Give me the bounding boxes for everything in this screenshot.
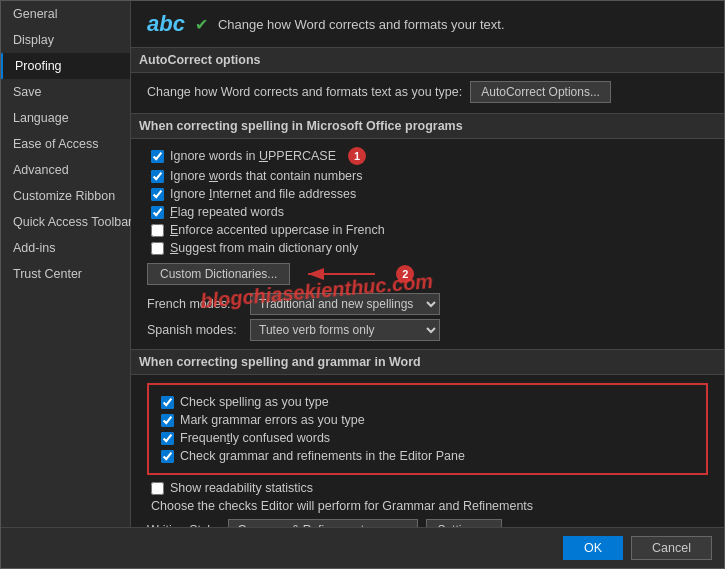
checkbox-check-spelling-label: Check spelling as you type xyxy=(180,395,329,409)
checkbox-grammar-editor-label: Check grammar and refinements in the Edi… xyxy=(180,449,465,463)
annotation-badge-1: 1 xyxy=(348,147,366,165)
checkbox-mark-grammar: Mark grammar errors as you type xyxy=(157,413,698,427)
checkbox-ignore-internet-input[interactable] xyxy=(151,188,164,201)
checkbox-confused-words: Frequently confused words xyxy=(157,431,698,445)
checkbox-readability-label: Show readability statistics xyxy=(170,481,313,495)
sidebar-item-save[interactable]: Save xyxy=(1,79,130,105)
checkbox-ignore-uppercase: Ignore words in UPPERCASE 1 xyxy=(147,147,708,165)
checkbox-suggest-main: Suggest from main dictionary only xyxy=(147,241,708,255)
annotation-badge-2: 2 xyxy=(396,265,414,283)
french-modes-label: French modes: xyxy=(147,297,242,311)
spanish-modes-row: Spanish modes: Tuteo verb forms only xyxy=(147,319,708,341)
checkbox-mark-grammar-input[interactable] xyxy=(161,414,174,427)
sidebar-item-trust-center[interactable]: Trust Center xyxy=(1,261,130,287)
red-outline-section: Check spelling as you type Mark grammar … xyxy=(147,383,708,475)
checkbox-mark-grammar-label: Mark grammar errors as you type xyxy=(180,413,365,427)
checkbox-flag-repeated-label: Flag repeated words xyxy=(170,205,284,219)
editor-checks-description: Choose the checks Editor will perform fo… xyxy=(151,499,708,513)
checkbox-enforce-accented: Enforce accented uppercase in French xyxy=(147,223,708,237)
checkbox-readability-input[interactable] xyxy=(151,482,164,495)
checkbox-confused-words-label: Frequently confused words xyxy=(180,431,330,445)
checkbox-suggest-main-input[interactable] xyxy=(151,242,164,255)
check-icon: ✔ xyxy=(195,15,208,34)
custom-dictionaries-button[interactable]: Custom Dictionaries... xyxy=(147,263,290,285)
checkbox-readability: Show readability statistics xyxy=(147,481,708,495)
french-modes-row: French modes: Traditional and new spelli… xyxy=(147,293,708,315)
sidebar-item-general[interactable]: General xyxy=(1,1,130,27)
sidebar-item-proofing[interactable]: Proofing xyxy=(1,53,130,79)
checkbox-ignore-uppercase-input[interactable] xyxy=(151,150,164,163)
custom-dict-row: Custom Dictionaries... 2 xyxy=(147,263,708,285)
sidebar-item-add-ins[interactable]: Add-ins xyxy=(1,235,130,261)
autocorrect-options-button[interactable]: AutoCorrect Options... xyxy=(470,81,611,103)
checkbox-grammar-editor-input[interactable] xyxy=(161,450,174,463)
checkbox-ignore-numbers-input[interactable] xyxy=(151,170,164,183)
checkbox-flag-repeated: Flag repeated words xyxy=(147,205,708,219)
autocorrect-row: Change how Word corrects and formats tex… xyxy=(147,81,708,103)
spanish-modes-select[interactable]: Tuteo verb forms only xyxy=(250,319,440,341)
checkbox-check-spelling: Check spelling as you type xyxy=(157,395,698,409)
french-modes-select[interactable]: Traditional and new spellings xyxy=(250,293,440,315)
annotation-arrow xyxy=(300,263,380,285)
checkbox-grammar-editor: Check grammar and refinements in the Edi… xyxy=(157,449,698,463)
checkbox-ignore-uppercase-label: Ignore words in UPPERCASE xyxy=(170,149,336,163)
checkbox-enforce-accented-input[interactable] xyxy=(151,224,164,237)
sidebar-item-ease-of-access[interactable]: Ease of Access xyxy=(1,131,130,157)
cancel-button[interactable]: Cancel xyxy=(631,536,712,560)
sidebar-item-advanced[interactable]: Advanced xyxy=(1,157,130,183)
header-row: abc ✔ Change how Word corrects and forma… xyxy=(147,13,708,35)
checkbox-flag-repeated-input[interactable] xyxy=(151,206,164,219)
writing-style-row: Writing Style: Grammar & Refinements Set… xyxy=(147,519,708,527)
checkbox-ignore-numbers-label: Ignore words that contain numbers xyxy=(170,169,362,183)
checkbox-ignore-internet-label: Ignore Internet and file addresses xyxy=(170,187,356,201)
settings-button[interactable]: Settings... xyxy=(426,519,501,527)
abc-icon: abc xyxy=(147,13,185,35)
checkbox-check-spelling-input[interactable] xyxy=(161,396,174,409)
sidebar-item-quick-access-toolbar[interactable]: Quick Access Toolbar xyxy=(1,209,130,235)
spelling-word-section-header: When correcting spelling and grammar in … xyxy=(131,349,724,375)
checkbox-ignore-numbers: Ignore words that contain numbers xyxy=(147,169,708,183)
main-content: abc ✔ Change how Word corrects and forma… xyxy=(131,1,724,527)
ok-button[interactable]: OK xyxy=(563,536,623,560)
spanish-modes-label: Spanish modes: xyxy=(147,323,242,337)
spelling-ms-section-header: When correcting spelling in Microsoft Of… xyxy=(131,113,724,139)
footer: OK Cancel xyxy=(1,527,724,568)
sidebar-item-language[interactable]: Language xyxy=(1,105,130,131)
sidebar-item-customize-ribbon[interactable]: Customize Ribbon xyxy=(1,183,130,209)
autocorrect-description: Change how Word corrects and formats tex… xyxy=(147,85,462,99)
checkbox-enforce-accented-label: Enforce accented uppercase in French xyxy=(170,223,385,237)
autocorrect-section-header: AutoCorrect options xyxy=(131,47,724,73)
sidebar: General Display Proofing Save Language E… xyxy=(1,1,131,527)
checkbox-ignore-internet: Ignore Internet and file addresses xyxy=(147,187,708,201)
checkbox-confused-words-input[interactable] xyxy=(161,432,174,445)
writing-style-select[interactable]: Grammar & Refinements xyxy=(228,519,418,527)
sidebar-item-display[interactable]: Display xyxy=(1,27,130,53)
checkbox-suggest-main-label: Suggest from main dictionary only xyxy=(170,241,358,255)
header-description: Change how Word corrects and formats you… xyxy=(218,17,505,32)
